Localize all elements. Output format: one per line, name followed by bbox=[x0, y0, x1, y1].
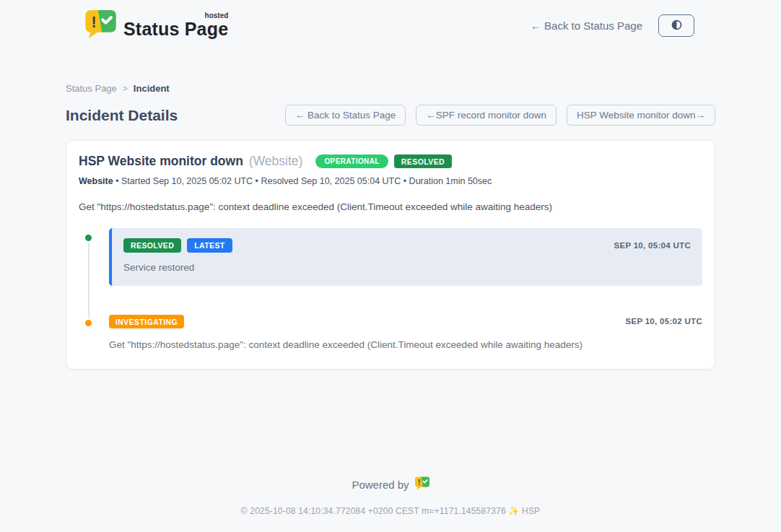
incident-meta-details: • Started Sep 10, 2025 05:02 UTC • Resol… bbox=[113, 176, 492, 186]
title-row: Incident Details ← Back to Status Page ←… bbox=[66, 105, 715, 126]
breadcrumb: Status Page > Incident bbox=[66, 83, 715, 94]
breadcrumb-separator: > bbox=[123, 84, 128, 94]
incident-card: HSP Website monitor down (Website) OPERA… bbox=[66, 140, 715, 370]
timeline-update-header: RESOLVED LATEST SEP 10, 05:04 UTC bbox=[123, 238, 691, 253]
header-back-link[interactable]: ← Back to Status Page bbox=[531, 19, 642, 32]
incident-component-label: (Website) bbox=[249, 154, 303, 169]
incident-meta-component: Website bbox=[79, 176, 113, 186]
next-incident-button[interactable]: HSP Website monitor down→ bbox=[567, 105, 715, 126]
timeline-timestamp: SEP 10, 05:04 UTC bbox=[614, 241, 691, 250]
powered-by-label: Powered by bbox=[352, 479, 409, 491]
timeline-update-header: INVESTIGATING SEP 10, 05:02 UTC bbox=[109, 315, 702, 329]
powered-by-logo-link[interactable]: ! bbox=[415, 476, 429, 492]
operational-status-badge: OPERATIONAL bbox=[315, 154, 388, 168]
back-to-status-page-button[interactable]: ← Back to Status Page bbox=[285, 105, 406, 126]
brand-name: Status Page bbox=[123, 19, 228, 39]
timeline-timestamp: SEP 10, 05:02 UTC bbox=[625, 317, 702, 326]
investigating-badge: INVESTIGATING bbox=[109, 315, 184, 329]
brand-wrap: Status Page hosted bbox=[123, 12, 228, 40]
timeline-update-plain: INVESTIGATING SEP 10, 05:02 UTC Get "htt… bbox=[109, 313, 702, 351]
powered-by-row: Powered by ! bbox=[0, 476, 781, 492]
incident-description: Get "https://hostedstatus.page": context… bbox=[79, 201, 702, 212]
incident-meta: Website • Started Sep 10, 2025 05:02 UTC… bbox=[79, 176, 702, 186]
timeline-dot-orange bbox=[83, 318, 94, 328]
main-content: Status Page > Incident Incident Details … bbox=[66, 45, 715, 370]
logo-link[interactable]: ! Status Page hosted bbox=[85, 10, 228, 41]
resolved-state-badge: RESOLVED bbox=[394, 154, 452, 169]
breadcrumb-incident: Incident bbox=[134, 83, 170, 94]
resolved-badge: RESOLVED bbox=[123, 238, 181, 253]
timeline-latest-update-card: RESOLVED LATEST SEP 10, 05:04 UTC Servic… bbox=[109, 228, 702, 286]
incident-title-row: HSP Website monitor down (Website) OPERA… bbox=[79, 154, 702, 169]
svg-text:!: ! bbox=[418, 479, 420, 487]
incident-title: HSP Website monitor down bbox=[79, 154, 243, 169]
timeline-connector-line bbox=[88, 243, 90, 318]
half-circle-contrast-icon bbox=[671, 19, 683, 33]
incident-timeline: RESOLVED LATEST SEP 10, 05:04 UTC Servic… bbox=[79, 228, 702, 350]
statuspage-logo-icon-small: ! bbox=[415, 476, 429, 492]
timeline-dot-green bbox=[83, 232, 94, 243]
previous-incident-button[interactable]: ←SPF record monitor down bbox=[416, 105, 557, 126]
statuspage-logo-icon: ! bbox=[85, 10, 116, 41]
site-footer: Powered by ! © 2025-1 bbox=[0, 476, 781, 532]
site-header: ! Status Page hosted ← Back to Status Pa… bbox=[0, 0, 781, 45]
timeline-item-investigating: INVESTIGATING SEP 10, 05:02 UTC Get "htt… bbox=[109, 313, 702, 351]
header-right: ← Back to Status Page bbox=[531, 14, 694, 37]
timeline-message: Service restored bbox=[123, 262, 691, 273]
timeline-message: Get "https://hostedstatus.page": context… bbox=[109, 339, 702, 350]
latest-badge: LATEST bbox=[187, 238, 232, 253]
theme-toggle-button[interactable] bbox=[658, 14, 694, 37]
incident-nav-buttons: ← Back to Status Page ←SPF record monito… bbox=[285, 105, 715, 126]
copyright-text: © 2025-10-08 14:10:34.772084 +0200 CEST … bbox=[0, 506, 781, 516]
svg-text:!: ! bbox=[92, 14, 97, 31]
page-title: Incident Details bbox=[66, 107, 178, 124]
brand-superscript: hosted bbox=[205, 12, 229, 19]
breadcrumb-status-page[interactable]: Status Page bbox=[66, 83, 117, 94]
timeline-item-resolved: RESOLVED LATEST SEP 10, 05:04 UTC Servic… bbox=[109, 228, 702, 286]
